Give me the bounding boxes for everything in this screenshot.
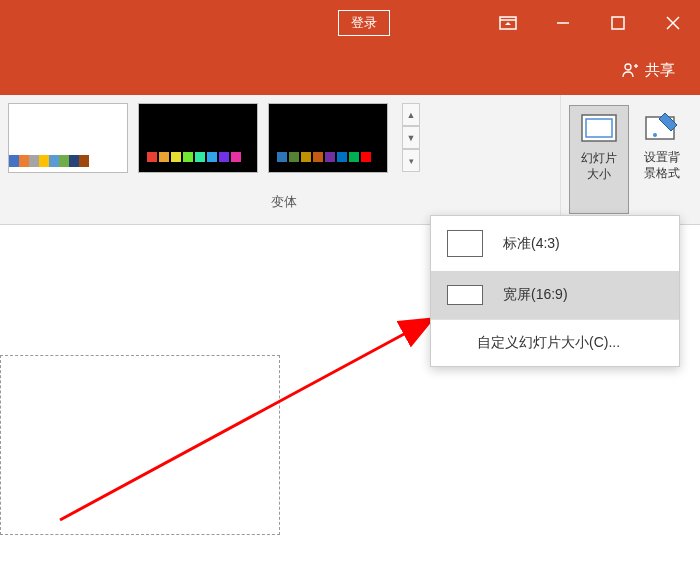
slide-size-label: 幻灯片 大小 — [581, 151, 617, 182]
dropdown-widescreen-item[interactable]: 宽屏(16:9) — [431, 271, 679, 319]
variant-thumb-1[interactable] — [8, 103, 128, 173]
format-background-button[interactable]: 设置背 景格式 — [633, 105, 692, 214]
slide-placeholder[interactable] — [0, 355, 280, 535]
variant-thumb-3[interactable] — [268, 103, 388, 173]
dropdown-custom-item[interactable]: 自定义幻灯片大小(C)... — [431, 319, 679, 366]
maximize-button[interactable] — [590, 0, 645, 45]
color-strip-3 — [277, 152, 379, 162]
color-strip-2 — [147, 152, 249, 162]
variant-thumb-2[interactable] — [138, 103, 258, 173]
svg-point-6 — [625, 64, 631, 70]
share-bar: 共享 — [0, 45, 700, 95]
window-controls — [480, 0, 700, 45]
close-button[interactable] — [645, 0, 700, 45]
ribbon-options-button[interactable] — [480, 0, 535, 45]
close-icon — [666, 16, 680, 30]
svg-point-12 — [653, 133, 657, 137]
color-strip-1 — [9, 155, 89, 167]
share-icon — [621, 61, 639, 79]
standard-label: 标准(4:3) — [503, 235, 560, 253]
share-label: 共享 — [645, 61, 675, 80]
gallery-down-button[interactable]: ▼ — [402, 126, 420, 149]
gallery-controls: ▲ ▼ ▾ — [402, 103, 420, 172]
variants-gallery: ▲ ▼ ▾ — [8, 103, 560, 173]
slide-size-dropdown: 标准(4:3) 宽屏(16:9) 自定义幻灯片大小(C)... — [430, 215, 680, 367]
maximize-icon — [611, 16, 625, 30]
format-background-icon — [642, 109, 682, 144]
variants-section: ▲ ▼ ▾ 变体 — [0, 95, 560, 224]
svg-rect-3 — [612, 17, 624, 29]
gallery-up-button[interactable]: ▲ — [402, 103, 420, 126]
custom-label: 自定义幻灯片大小(C)... — [477, 334, 620, 352]
preview-169-icon — [447, 285, 483, 305]
signin-button[interactable]: 登录 — [338, 10, 390, 36]
ribbon: ▲ ▼ ▾ 变体 幻灯片 大小 设置背 景格式 — [0, 95, 700, 225]
ribbon-options-icon — [499, 16, 517, 30]
customize-section: 幻灯片 大小 设置背 景格式 — [560, 95, 700, 224]
format-background-label: 设置背 景格式 — [644, 150, 680, 181]
gallery-more-button[interactable]: ▾ — [402, 149, 420, 172]
preview-43-icon — [447, 230, 483, 257]
share-button[interactable]: 共享 — [621, 61, 675, 80]
slide-size-icon — [579, 110, 619, 145]
minimize-icon — [556, 16, 570, 30]
widescreen-label: 宽屏(16:9) — [503, 286, 568, 304]
dropdown-standard-item[interactable]: 标准(4:3) — [431, 216, 679, 271]
minimize-button[interactable] — [535, 0, 590, 45]
variants-label: 变体 — [8, 193, 560, 211]
slide-size-button[interactable]: 幻灯片 大小 — [569, 105, 629, 214]
titlebar: 登录 — [0, 0, 700, 45]
